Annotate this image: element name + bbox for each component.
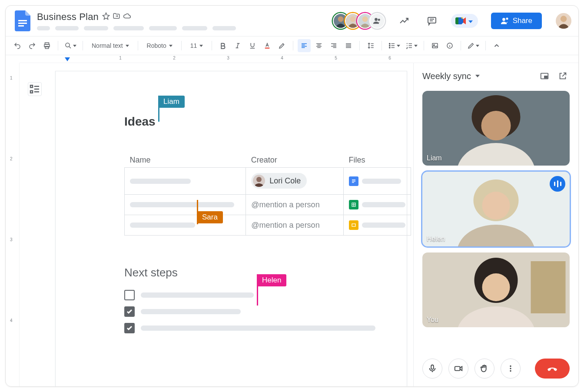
svg-point-51 bbox=[510, 368, 511, 369]
insert-image-button[interactable] bbox=[428, 39, 441, 52]
checklist-item[interactable] bbox=[124, 290, 407, 300]
highlight-button[interactable] bbox=[275, 39, 289, 52]
clear-formatting-button[interactable] bbox=[443, 39, 456, 52]
video-tile[interactable]: You bbox=[422, 252, 570, 327]
menu-stub[interactable] bbox=[84, 26, 108, 30]
pop-out-button[interactable] bbox=[556, 69, 570, 83]
bulleted-list-button[interactable] bbox=[386, 39, 402, 52]
svg-point-12 bbox=[502, 18, 505, 21]
align-justify-button[interactable] bbox=[342, 39, 355, 52]
cloud-status-icon[interactable] bbox=[123, 12, 131, 22]
checkbox-unchecked-icon[interactable] bbox=[124, 290, 135, 300]
checklist-item[interactable] bbox=[124, 323, 407, 333]
italic-button[interactable] bbox=[231, 39, 244, 52]
underline-button[interactable] bbox=[246, 39, 259, 52]
more-options-button[interactable] bbox=[501, 359, 521, 379]
file-chip-doc[interactable] bbox=[349, 176, 401, 186]
tile-label: You bbox=[427, 316, 438, 324]
end-call-button[interactable] bbox=[535, 359, 570, 379]
menu-stub[interactable] bbox=[212, 26, 236, 30]
placeholder-stub bbox=[130, 202, 234, 207]
document-outline-button[interactable] bbox=[28, 82, 42, 96]
app-window: Business Plan bbox=[5, 5, 579, 387]
font-size-select[interactable]: 11 bbox=[186, 39, 208, 52]
placeholder-stub bbox=[130, 223, 195, 228]
checkbox-checked-icon[interactable] bbox=[124, 306, 135, 317]
file-chip-slide[interactable] bbox=[349, 220, 405, 230]
align-right-button[interactable] bbox=[327, 39, 340, 52]
svg-rect-24 bbox=[432, 43, 438, 48]
raise-hand-button[interactable] bbox=[474, 359, 494, 379]
menu-bar[interactable] bbox=[37, 26, 236, 30]
video-tile[interactable]: Helen bbox=[422, 172, 570, 246]
numbered-list-button[interactable] bbox=[404, 39, 419, 52]
tile-label: Liam bbox=[427, 154, 442, 162]
vertical-ruler[interactable]: 1 2 3 4 bbox=[6, 63, 20, 386]
docs-app-icon[interactable] bbox=[14, 10, 31, 32]
comments-icon[interactable] bbox=[423, 12, 441, 30]
chevron-down-icon[interactable] bbox=[475, 75, 480, 77]
collapse-toolbar-button[interactable] bbox=[490, 39, 503, 52]
menu-stub[interactable] bbox=[149, 26, 177, 30]
table-row[interactable]: Sara @mention a person bbox=[125, 195, 411, 215]
svg-rect-1 bbox=[18, 23, 27, 24]
share-icon bbox=[501, 17, 509, 25]
svg-rect-0 bbox=[18, 20, 27, 21]
line-spacing-button[interactable] bbox=[364, 39, 377, 52]
slide-file-icon bbox=[349, 220, 358, 230]
svg-point-6 bbox=[350, 17, 355, 22]
table-row[interactable]: @mention a person bbox=[125, 215, 411, 236]
table-header-name: Name bbox=[125, 150, 246, 168]
menu-stub[interactable] bbox=[182, 26, 207, 30]
document-title[interactable]: Business Plan bbox=[37, 11, 99, 23]
svg-point-52 bbox=[510, 370, 511, 372]
mention-placeholder[interactable]: @mention a person bbox=[251, 221, 319, 229]
meet-controls bbox=[422, 359, 570, 379]
menu-stub[interactable] bbox=[55, 26, 79, 30]
editing-mode-button[interactable] bbox=[465, 39, 481, 52]
file-chip-sheet[interactable] bbox=[349, 200, 405, 209]
placeholder-stub bbox=[362, 179, 401, 184]
document-page[interactable]: Ideas Liam Name Creator Files bbox=[55, 71, 407, 386]
horizontal-ruler[interactable]: 1 2 3 4 5 6 bbox=[20, 55, 578, 63]
collaborator-anonymous[interactable] bbox=[369, 13, 385, 29]
paragraph-style-select[interactable]: Normal text bbox=[87, 39, 133, 52]
version-history-icon[interactable] bbox=[395, 12, 413, 30]
menu-stub[interactable] bbox=[37, 26, 50, 30]
zoom-select[interactable] bbox=[63, 39, 78, 52]
align-left-button[interactable] bbox=[298, 39, 311, 52]
mic-button[interactable] bbox=[422, 359, 442, 379]
bold-button[interactable] bbox=[216, 39, 229, 52]
mention-chip[interactable]: Lori Cole bbox=[251, 173, 307, 189]
pip-button[interactable] bbox=[538, 69, 551, 83]
cursor-flag-sara: Sara bbox=[197, 211, 223, 223]
meet-dropdown[interactable] bbox=[451, 14, 478, 28]
camera-button[interactable] bbox=[448, 359, 468, 379]
mention-placeholder[interactable]: @mention a person bbox=[251, 200, 319, 209]
outline-rail bbox=[20, 63, 50, 386]
meet-icon bbox=[455, 17, 467, 25]
undo-button[interactable] bbox=[11, 39, 24, 52]
svg-rect-2 bbox=[18, 25, 24, 27]
print-button[interactable] bbox=[40, 39, 53, 52]
redo-button[interactable] bbox=[26, 39, 39, 52]
meet-title[interactable]: Weekly sync bbox=[422, 71, 471, 81]
ideas-table[interactable]: Name Creator Files Lori Cole bbox=[124, 150, 411, 236]
svg-rect-28 bbox=[30, 91, 33, 93]
star-icon[interactable] bbox=[102, 12, 110, 22]
table-row[interactable]: Lori Cole bbox=[125, 168, 411, 195]
share-button[interactable]: Share bbox=[491, 13, 542, 29]
align-center-button[interactable] bbox=[312, 39, 325, 52]
checkbox-checked-icon[interactable] bbox=[124, 323, 135, 333]
heading-ideas[interactable]: Ideas Liam bbox=[124, 115, 407, 129]
indent-marker-icon[interactable] bbox=[65, 57, 70, 61]
body: 1 2 3 4 Ideas Liam Name bbox=[6, 63, 578, 386]
placeholder-stub bbox=[141, 292, 254, 298]
menu-stub[interactable] bbox=[113, 26, 144, 30]
video-tile[interactable]: Liam bbox=[422, 91, 570, 166]
checklist-item[interactable] bbox=[124, 306, 407, 317]
account-avatar[interactable] bbox=[556, 13, 571, 29]
move-folder-icon[interactable] bbox=[113, 12, 120, 22]
text-color-button[interactable] bbox=[261, 39, 274, 52]
font-select[interactable]: Roboto bbox=[143, 39, 177, 52]
